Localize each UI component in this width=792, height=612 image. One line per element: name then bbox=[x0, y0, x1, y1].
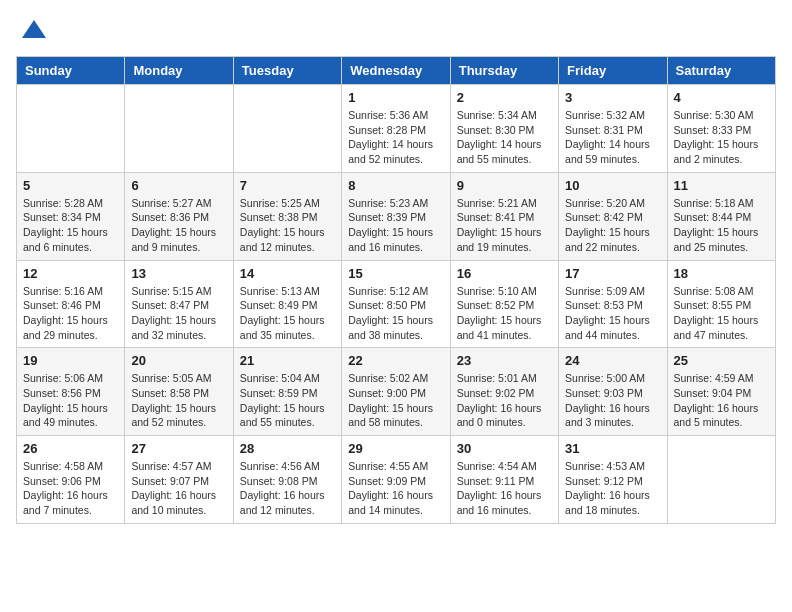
day-number: 9 bbox=[457, 178, 552, 193]
weekday-header-wednesday: Wednesday bbox=[342, 57, 450, 85]
day-info: Sunrise: 4:54 AM Sunset: 9:11 PM Dayligh… bbox=[457, 459, 552, 518]
weekday-header-thursday: Thursday bbox=[450, 57, 558, 85]
weekday-header-row: SundayMondayTuesdayWednesdayThursdayFrid… bbox=[17, 57, 776, 85]
calendar-cell: 10Sunrise: 5:20 AM Sunset: 8:42 PM Dayli… bbox=[559, 172, 667, 260]
calendar-week-row: 1Sunrise: 5:36 AM Sunset: 8:28 PM Daylig… bbox=[17, 85, 776, 173]
logo-icon bbox=[20, 16, 48, 44]
calendar-week-row: 26Sunrise: 4:58 AM Sunset: 9:06 PM Dayli… bbox=[17, 436, 776, 524]
day-info: Sunrise: 5:05 AM Sunset: 8:58 PM Dayligh… bbox=[131, 371, 226, 430]
calendar-cell: 22Sunrise: 5:02 AM Sunset: 9:00 PM Dayli… bbox=[342, 348, 450, 436]
day-info: Sunrise: 5:10 AM Sunset: 8:52 PM Dayligh… bbox=[457, 284, 552, 343]
day-info: Sunrise: 5:12 AM Sunset: 8:50 PM Dayligh… bbox=[348, 284, 443, 343]
calendar-cell: 24Sunrise: 5:00 AM Sunset: 9:03 PM Dayli… bbox=[559, 348, 667, 436]
day-number: 2 bbox=[457, 90, 552, 105]
day-number: 3 bbox=[565, 90, 660, 105]
calendar-cell: 16Sunrise: 5:10 AM Sunset: 8:52 PM Dayli… bbox=[450, 260, 558, 348]
day-info: Sunrise: 4:58 AM Sunset: 9:06 PM Dayligh… bbox=[23, 459, 118, 518]
day-number: 16 bbox=[457, 266, 552, 281]
logo bbox=[16, 16, 48, 44]
calendar-cell: 23Sunrise: 5:01 AM Sunset: 9:02 PM Dayli… bbox=[450, 348, 558, 436]
calendar-cell: 13Sunrise: 5:15 AM Sunset: 8:47 PM Dayli… bbox=[125, 260, 233, 348]
day-number: 1 bbox=[348, 90, 443, 105]
calendar-cell bbox=[125, 85, 233, 173]
calendar-cell: 17Sunrise: 5:09 AM Sunset: 8:53 PM Dayli… bbox=[559, 260, 667, 348]
calendar-cell: 29Sunrise: 4:55 AM Sunset: 9:09 PM Dayli… bbox=[342, 436, 450, 524]
calendar-cell: 4Sunrise: 5:30 AM Sunset: 8:33 PM Daylig… bbox=[667, 85, 775, 173]
day-number: 11 bbox=[674, 178, 769, 193]
day-info: Sunrise: 5:16 AM Sunset: 8:46 PM Dayligh… bbox=[23, 284, 118, 343]
calendar-cell: 26Sunrise: 4:58 AM Sunset: 9:06 PM Dayli… bbox=[17, 436, 125, 524]
day-info: Sunrise: 5:30 AM Sunset: 8:33 PM Dayligh… bbox=[674, 108, 769, 167]
calendar-cell: 21Sunrise: 5:04 AM Sunset: 8:59 PM Dayli… bbox=[233, 348, 341, 436]
day-info: Sunrise: 5:23 AM Sunset: 8:39 PM Dayligh… bbox=[348, 196, 443, 255]
day-number: 12 bbox=[23, 266, 118, 281]
day-info: Sunrise: 5:20 AM Sunset: 8:42 PM Dayligh… bbox=[565, 196, 660, 255]
day-info: Sunrise: 5:25 AM Sunset: 8:38 PM Dayligh… bbox=[240, 196, 335, 255]
day-info: Sunrise: 5:01 AM Sunset: 9:02 PM Dayligh… bbox=[457, 371, 552, 430]
calendar-cell: 15Sunrise: 5:12 AM Sunset: 8:50 PM Dayli… bbox=[342, 260, 450, 348]
day-number: 10 bbox=[565, 178, 660, 193]
day-info: Sunrise: 5:06 AM Sunset: 8:56 PM Dayligh… bbox=[23, 371, 118, 430]
calendar-cell: 11Sunrise: 5:18 AM Sunset: 8:44 PM Dayli… bbox=[667, 172, 775, 260]
calendar-cell: 31Sunrise: 4:53 AM Sunset: 9:12 PM Dayli… bbox=[559, 436, 667, 524]
calendar-cell: 9Sunrise: 5:21 AM Sunset: 8:41 PM Daylig… bbox=[450, 172, 558, 260]
day-number: 17 bbox=[565, 266, 660, 281]
calendar-week-row: 5Sunrise: 5:28 AM Sunset: 8:34 PM Daylig… bbox=[17, 172, 776, 260]
calendar-cell: 14Sunrise: 5:13 AM Sunset: 8:49 PM Dayli… bbox=[233, 260, 341, 348]
day-number: 24 bbox=[565, 353, 660, 368]
weekday-header-monday: Monday bbox=[125, 57, 233, 85]
calendar-cell: 25Sunrise: 4:59 AM Sunset: 9:04 PM Dayli… bbox=[667, 348, 775, 436]
day-number: 8 bbox=[348, 178, 443, 193]
calendar-cell: 20Sunrise: 5:05 AM Sunset: 8:58 PM Dayli… bbox=[125, 348, 233, 436]
svg-marker-0 bbox=[22, 20, 46, 38]
calendar-cell bbox=[233, 85, 341, 173]
day-number: 29 bbox=[348, 441, 443, 456]
day-number: 18 bbox=[674, 266, 769, 281]
day-info: Sunrise: 5:02 AM Sunset: 9:00 PM Dayligh… bbox=[348, 371, 443, 430]
calendar-cell: 18Sunrise: 5:08 AM Sunset: 8:55 PM Dayli… bbox=[667, 260, 775, 348]
day-info: Sunrise: 5:28 AM Sunset: 8:34 PM Dayligh… bbox=[23, 196, 118, 255]
day-number: 30 bbox=[457, 441, 552, 456]
calendar-cell: 5Sunrise: 5:28 AM Sunset: 8:34 PM Daylig… bbox=[17, 172, 125, 260]
day-info: Sunrise: 4:56 AM Sunset: 9:08 PM Dayligh… bbox=[240, 459, 335, 518]
calendar-cell: 3Sunrise: 5:32 AM Sunset: 8:31 PM Daylig… bbox=[559, 85, 667, 173]
day-info: Sunrise: 5:18 AM Sunset: 8:44 PM Dayligh… bbox=[674, 196, 769, 255]
day-info: Sunrise: 5:00 AM Sunset: 9:03 PM Dayligh… bbox=[565, 371, 660, 430]
day-info: Sunrise: 4:55 AM Sunset: 9:09 PM Dayligh… bbox=[348, 459, 443, 518]
day-number: 28 bbox=[240, 441, 335, 456]
calendar-cell: 7Sunrise: 5:25 AM Sunset: 8:38 PM Daylig… bbox=[233, 172, 341, 260]
calendar-cell: 19Sunrise: 5:06 AM Sunset: 8:56 PM Dayli… bbox=[17, 348, 125, 436]
day-number: 21 bbox=[240, 353, 335, 368]
day-number: 26 bbox=[23, 441, 118, 456]
calendar-cell: 2Sunrise: 5:34 AM Sunset: 8:30 PM Daylig… bbox=[450, 85, 558, 173]
day-info: Sunrise: 4:59 AM Sunset: 9:04 PM Dayligh… bbox=[674, 371, 769, 430]
calendar-cell: 1Sunrise: 5:36 AM Sunset: 8:28 PM Daylig… bbox=[342, 85, 450, 173]
day-number: 22 bbox=[348, 353, 443, 368]
day-info: Sunrise: 5:09 AM Sunset: 8:53 PM Dayligh… bbox=[565, 284, 660, 343]
day-info: Sunrise: 5:08 AM Sunset: 8:55 PM Dayligh… bbox=[674, 284, 769, 343]
calendar-week-row: 19Sunrise: 5:06 AM Sunset: 8:56 PM Dayli… bbox=[17, 348, 776, 436]
day-number: 20 bbox=[131, 353, 226, 368]
day-number: 23 bbox=[457, 353, 552, 368]
day-number: 6 bbox=[131, 178, 226, 193]
day-number: 4 bbox=[674, 90, 769, 105]
day-info: Sunrise: 5:21 AM Sunset: 8:41 PM Dayligh… bbox=[457, 196, 552, 255]
day-info: Sunrise: 5:04 AM Sunset: 8:59 PM Dayligh… bbox=[240, 371, 335, 430]
day-number: 14 bbox=[240, 266, 335, 281]
day-number: 5 bbox=[23, 178, 118, 193]
day-info: Sunrise: 5:27 AM Sunset: 8:36 PM Dayligh… bbox=[131, 196, 226, 255]
day-number: 13 bbox=[131, 266, 226, 281]
day-info: Sunrise: 5:32 AM Sunset: 8:31 PM Dayligh… bbox=[565, 108, 660, 167]
day-info: Sunrise: 5:13 AM Sunset: 8:49 PM Dayligh… bbox=[240, 284, 335, 343]
day-number: 31 bbox=[565, 441, 660, 456]
weekday-header-saturday: Saturday bbox=[667, 57, 775, 85]
calendar-cell: 27Sunrise: 4:57 AM Sunset: 9:07 PM Dayli… bbox=[125, 436, 233, 524]
day-info: Sunrise: 5:34 AM Sunset: 8:30 PM Dayligh… bbox=[457, 108, 552, 167]
weekday-header-friday: Friday bbox=[559, 57, 667, 85]
day-number: 15 bbox=[348, 266, 443, 281]
weekday-header-tuesday: Tuesday bbox=[233, 57, 341, 85]
calendar-cell: 30Sunrise: 4:54 AM Sunset: 9:11 PM Dayli… bbox=[450, 436, 558, 524]
calendar-table: SundayMondayTuesdayWednesdayThursdayFrid… bbox=[16, 56, 776, 524]
day-number: 7 bbox=[240, 178, 335, 193]
calendar-cell: 8Sunrise: 5:23 AM Sunset: 8:39 PM Daylig… bbox=[342, 172, 450, 260]
